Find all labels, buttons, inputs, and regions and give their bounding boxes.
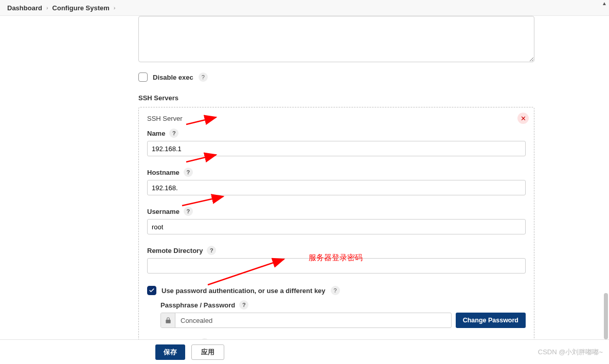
ssh-server-card: ✕ SSH Server Name ? Hostname ? Username … bbox=[138, 107, 534, 339]
save-button[interactable]: 保存 bbox=[155, 344, 185, 360]
description-textarea[interactable] bbox=[138, 16, 534, 62]
use-password-checkbox[interactable] bbox=[147, 286, 156, 295]
use-password-label: Use password authentication, or use a di… bbox=[162, 287, 326, 295]
breadcrumb-configure-system[interactable]: Configure System bbox=[52, 4, 110, 12]
breadcrumb-dashboard[interactable]: Dashboard bbox=[7, 4, 42, 12]
disable-exec-checkbox[interactable] bbox=[138, 72, 148, 82]
help-icon[interactable]: ? bbox=[184, 207, 193, 216]
ssh-servers-title: SSH Servers bbox=[138, 94, 534, 102]
remote-directory-input[interactable] bbox=[147, 258, 526, 274]
delete-server-button[interactable]: ✕ bbox=[517, 113, 529, 124]
breadcrumb: Dashboard › Configure System › bbox=[0, 0, 609, 16]
username-label: Username bbox=[147, 208, 180, 215]
vertical-scrollbar[interactable] bbox=[603, 0, 608, 364]
concealed-text: Concealed bbox=[175, 317, 218, 324]
content-area: Disable exec ? SSH Servers ✕ SSH Server … bbox=[0, 16, 601, 339]
chevron-right-icon: › bbox=[114, 5, 116, 11]
username-input[interactable] bbox=[147, 219, 526, 234]
passphrase-label: Passphrase / Password bbox=[160, 301, 235, 309]
disable-exec-label: Disable exec bbox=[153, 74, 193, 81]
remote-directory-label: Remote Directory bbox=[147, 247, 203, 254]
close-icon: ✕ bbox=[521, 115, 526, 122]
hostname-input[interactable] bbox=[147, 180, 526, 195]
hostname-label: Hostname bbox=[147, 169, 180, 176]
password-display: Concealed bbox=[160, 313, 452, 328]
name-input[interactable] bbox=[147, 141, 526, 156]
bottom-action-bar: 保存 应用 bbox=[0, 339, 609, 364]
help-icon[interactable]: ? bbox=[331, 286, 340, 295]
chevron-right-icon: › bbox=[46, 5, 48, 11]
change-password-button[interactable]: Change Password bbox=[456, 313, 526, 328]
watermark-text: CSDN @小刘胖嘟嘟~ bbox=[538, 348, 603, 357]
help-icon[interactable]: ? bbox=[239, 300, 248, 310]
scrollbar-thumb[interactable] bbox=[604, 293, 608, 339]
name-label: Name bbox=[147, 130, 165, 137]
help-icon[interactable]: ? bbox=[184, 168, 193, 177]
help-icon[interactable]: ? bbox=[207, 246, 216, 255]
help-icon[interactable]: ? bbox=[199, 72, 208, 82]
help-icon[interactable]: ? bbox=[169, 129, 178, 138]
ssh-server-subtitle: SSH Server bbox=[147, 115, 526, 122]
lock-icon bbox=[161, 313, 175, 327]
apply-button[interactable]: 应用 bbox=[191, 344, 224, 360]
